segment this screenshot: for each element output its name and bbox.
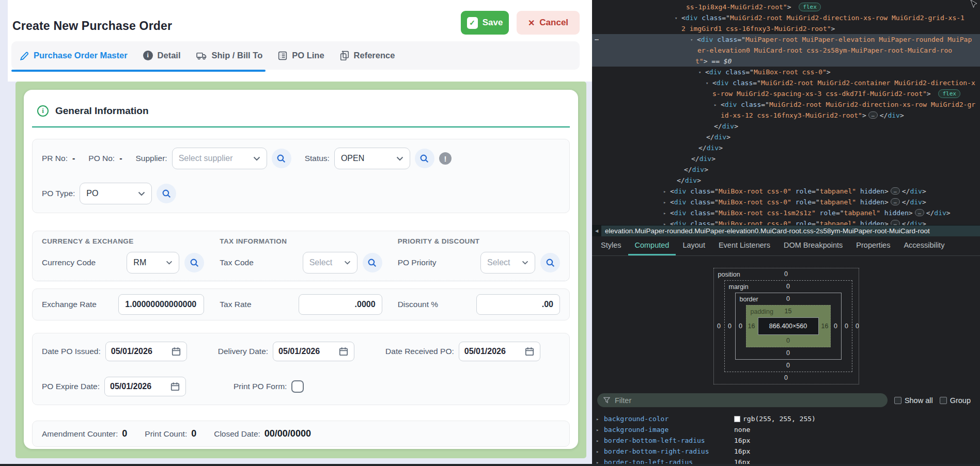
dom-tree-line[interactable]: </div>: [592, 164, 980, 175]
dom-tree-line[interactable]: ▾<div class="MuiGrid2-root MuiGrid2-cont…: [592, 77, 980, 88]
dom-tree-line[interactable]: 2 imgGird1 css-16fnxy3-MuiGrid2-root">: [592, 23, 980, 34]
date-po-issued-input[interactable]: 05/01/2026: [105, 342, 187, 361]
save-button[interactable]: ✓ Save: [461, 11, 509, 35]
devtools-tab-event-listeners[interactable]: Event Listeners: [712, 236, 777, 255]
currency-code-select[interactable]: RM: [127, 252, 179, 274]
expand-arrow-icon[interactable]: ▸: [663, 219, 670, 225]
expand-arrow-icon[interactable]: ▸: [596, 427, 604, 432]
expand-arrow-icon[interactable]: ▸: [596, 438, 604, 443]
discount-input[interactable]: .00: [476, 294, 560, 315]
dom-tree-line[interactable]: </div>: [592, 153, 980, 164]
date-received-po-label: Date Received PO:: [385, 347, 454, 356]
devtools-tab-layout[interactable]: Layout: [676, 236, 712, 255]
show-all-checkbox[interactable]: [894, 397, 901, 404]
status-warning-icon[interactable]: !: [439, 152, 452, 165]
tab-reference[interactable]: Reference: [340, 51, 395, 60]
expand-children-button[interactable]: …: [915, 209, 924, 216]
flex-badge[interactable]: flex: [799, 3, 821, 11]
expand-arrow-icon[interactable]: ▸: [663, 186, 670, 197]
collapse-arrow-icon[interactable]: ▾: [690, 35, 697, 45]
po-priority-select[interactable]: Select: [480, 252, 535, 274]
collapse-arrow-icon[interactable]: ▾: [706, 78, 712, 89]
computed-property-name[interactable]: border-bottom-right-radius: [604, 447, 734, 455]
expand-arrow-icon[interactable]: ▸: [714, 100, 721, 110]
dom-tree-line[interactable]: ▸<div class="MuiBox-root css-0" role="ta…: [592, 197, 980, 207]
supplier-select[interactable]: Select supplier: [172, 148, 267, 169]
po-header-section: PR No: - PO No: - Supplier: Select suppl…: [32, 139, 570, 213]
dom-tree-line[interactable]: ss-1pi8xg4-MuiGrid2-root"> flex: [592, 2, 980, 12]
computed-property-name[interactable]: border-bottom-left-radius: [604, 437, 734, 444]
expand-arrow-icon[interactable]: ▸: [663, 197, 670, 208]
expand-children-button[interactable]: …: [891, 187, 900, 195]
filter-input[interactable]: Filter: [597, 393, 888, 407]
dom-tree-line[interactable]: </div>: [592, 175, 980, 186]
color-swatch[interactable]: [734, 416, 740, 422]
exchange-rate-input[interactable]: 1.00000000000000: [118, 294, 204, 315]
dom-tree-line[interactable]: ▸<div class="MuiGrid2-root MuiGrid2-dire…: [592, 99, 980, 110]
supplier-field: Supplier: Select supplier: [135, 148, 291, 169]
expand-children-button[interactable]: …: [891, 198, 900, 205]
expand-arrow-icon[interactable]: ▸: [596, 449, 604, 454]
tax-code-select[interactable]: Select: [303, 252, 357, 274]
devtools-tab-styles[interactable]: Styles: [594, 236, 628, 255]
po-expire-date-input[interactable]: 05/01/2026: [104, 377, 186, 396]
devtools-tab-computed[interactable]: Computed: [628, 236, 676, 255]
print-po-form-checkbox[interactable]: [291, 380, 304, 393]
status-select[interactable]: OPEN: [334, 148, 410, 169]
priority-search-button[interactable]: [540, 253, 560, 272]
dom-tree-line[interactable]: ▾<div class="MuiBox-root css-0">: [592, 67, 980, 77]
collapse-arrow-icon[interactable]: ▾: [675, 13, 681, 24]
currency-code-value: RM: [133, 258, 146, 267]
tab-purchase-order-master[interactable]: Purchase Order Master: [20, 51, 128, 60]
dom-tree-line[interactable]: s-row MuiGrid2-spacing-xs-3 css-dkd71f-M…: [592, 88, 980, 99]
computed-property-name[interactable]: background-color: [604, 415, 734, 423]
dom-tree-line[interactable]: ▸<div class="MuiBox-root css-1sm2s1z" ro…: [592, 207, 980, 218]
supplier-search-button[interactable]: [272, 149, 291, 168]
dom-tree-line[interactable]: </div>: [592, 132, 980, 142]
po-type-select[interactable]: PO: [80, 183, 152, 204]
tax-rate-input[interactable]: .0000: [299, 294, 382, 315]
group-checkbox[interactable]: [940, 397, 947, 404]
flex-badge[interactable]: flex: [938, 89, 960, 98]
po-expire-date-field: PO Expire Date: 05/01/2026: [42, 377, 186, 396]
dom-tree-line[interactable]: er-elevation0 MuiCard-root css-2s58ym-Mu…: [592, 45, 980, 56]
chevron-down-icon: [396, 156, 403, 161]
tax-search-button[interactable]: [363, 253, 382, 272]
calendar-icon: [170, 381, 180, 392]
po-type-search-button[interactable]: [157, 184, 176, 203]
currency-search-button[interactable]: [184, 253, 204, 272]
group-checkbox-field[interactable]: Group: [940, 396, 971, 405]
box-model-diagram[interactable]: position 0 0 margin 0 0 border 0: [713, 268, 859, 384]
dom-tree-line[interactable]: ⋯▾<div class="MuiPaper-root MuiPaper-ele…: [592, 34, 980, 45]
computed-property-name[interactable]: background-image: [604, 426, 734, 433]
dom-tree-line[interactable]: ▾<div class="MuiGrid2-root MuiGrid2-dire…: [592, 12, 980, 23]
delivery-date-input[interactable]: 05/01/2026: [273, 342, 354, 361]
expand-children-button[interactable]: …: [868, 111, 878, 119]
cancel-button[interactable]: ✕ Cancel: [517, 11, 580, 35]
dom-tree-line[interactable]: </div>: [592, 121, 980, 132]
tab-detail[interactable]: i Detail: [143, 51, 181, 60]
tab-po-line[interactable]: PO Line: [278, 51, 324, 60]
screenshot-root: Create New Purchase Order ✓ Save ✕ Cance…: [0, 0, 980, 466]
dom-tree-line[interactable]: </div>: [592, 142, 980, 153]
expand-children-button[interactable]: …: [891, 220, 900, 225]
dom-tree-line[interactable]: t"> == $0: [592, 56, 980, 67]
dom-tree-line[interactable]: ▸<div class="MuiBox-root css-0" role="ta…: [592, 218, 980, 225]
breadcrumb-scroll-left-button[interactable]: ◀: [592, 226, 601, 236]
section-title: General Information: [55, 105, 149, 117]
date-received-po-input[interactable]: 05/01/2026: [459, 342, 540, 361]
collapse-arrow-icon[interactable]: ▾: [698, 67, 705, 78]
dom-tree-line[interactable]: id-xs-12 css-16fnxy3-MuiGrid2-root">…</d…: [592, 110, 980, 121]
devtools-tab-dom-breakpoints[interactable]: DOM Breakpoints: [777, 236, 849, 255]
dom-tree-line[interactable]: ▸<div class="MuiBox-root css-0" role="ta…: [592, 186, 980, 197]
tab-ship-bill-to[interactable]: Ship / Bill To: [196, 51, 263, 60]
breadcrumb-selected-node[interactable]: elevation.MuiPaper-rounded.MuiPaper-elev…: [601, 227, 930, 235]
expand-arrow-icon[interactable]: ▸: [663, 208, 670, 219]
devtools-tab-properties[interactable]: Properties: [849, 236, 897, 255]
pr-no-field: PR No: -: [42, 154, 75, 163]
expand-arrow-icon[interactable]: ▸: [596, 416, 604, 422]
computed-property-value: none: [734, 426, 750, 433]
show-all-checkbox-field[interactable]: Show all: [894, 396, 933, 405]
devtools-tab-accessibility[interactable]: Accessibility: [897, 236, 951, 255]
status-search-button[interactable]: [415, 149, 434, 168]
